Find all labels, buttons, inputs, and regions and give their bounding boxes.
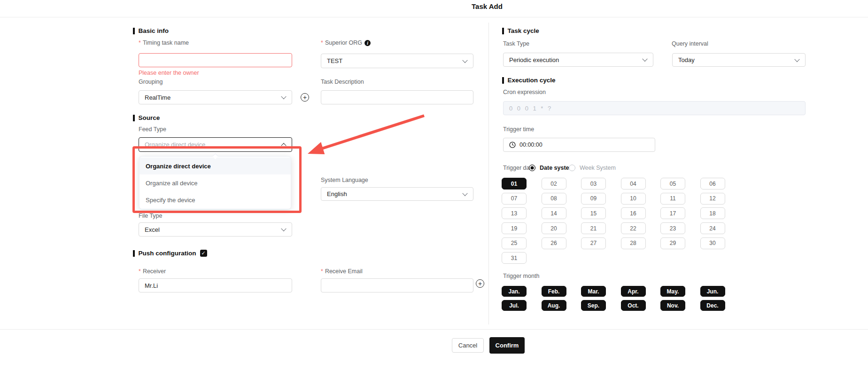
task-description-input[interactable] (321, 90, 473, 104)
chevron-down-icon (642, 56, 647, 62)
column-divider (488, 23, 489, 324)
section-push-configuration: Push configuration ✓ (133, 250, 207, 257)
file-type-select[interactable]: Excel (139, 222, 292, 237)
file-type-value: Excel (145, 226, 160, 233)
cron-expression-input: 0 0 0 1 * ? (503, 101, 806, 115)
query-interval-value: Today (678, 56, 695, 63)
trigger-day-button[interactable]: 14 (542, 207, 566, 219)
feed-type-option[interactable]: Specify the device (140, 192, 291, 209)
trigger-day-button[interactable]: 07 (502, 193, 527, 205)
trigger-day-button[interactable]: 24 (700, 222, 725, 234)
clock-icon (509, 142, 516, 148)
timing-task-name-label: * Timing task name (139, 39, 189, 46)
chevron-down-icon (794, 56, 799, 62)
trigger-month-button[interactable]: Dec. (700, 300, 725, 311)
trigger-day-button[interactable]: 20 (542, 222, 566, 234)
trigger-day-button[interactable]: 08 (542, 193, 566, 205)
footer-divider (0, 329, 868, 330)
query-interval-select[interactable]: Today (672, 53, 806, 67)
trigger-month-button[interactable]: Aug. (542, 300, 566, 311)
trigger-day-button[interactable]: 26 (542, 237, 566, 249)
trigger-day-button[interactable]: 15 (581, 207, 606, 219)
add-grouping-button[interactable]: + (301, 93, 309, 102)
trigger-day-button[interactable]: 18 (700, 207, 725, 219)
trigger-day-button[interactable]: 22 (621, 222, 646, 234)
trigger-time-label: Trigger time (503, 126, 534, 133)
add-receive-email-button[interactable]: + (476, 279, 484, 288)
trigger-month-label: Trigger month (503, 273, 539, 279)
push-configuration-checkbox[interactable]: ✓ (200, 250, 207, 257)
section-task-cycle: Task cycle (502, 27, 539, 34)
section-source: Source (133, 114, 160, 121)
trigger-day-button[interactable]: 04 (621, 178, 646, 190)
grouping-value: RealTime (145, 94, 170, 101)
trigger-month-button[interactable]: Apr. (621, 286, 646, 297)
feed-type-value: Organize direct device (145, 141, 205, 148)
task-type-label: Task Type (503, 40, 529, 47)
plus-icon: + (478, 280, 482, 287)
trigger-day-button[interactable]: 02 (542, 178, 566, 190)
chevron-down-icon (281, 94, 286, 99)
timing-task-name-input[interactable] (139, 53, 292, 67)
file-type-label: File Type (139, 213, 163, 219)
trigger-day-button[interactable]: 17 (660, 207, 685, 219)
trigger-month-button[interactable]: Feb. (542, 286, 566, 297)
grouping-label: Grouping (139, 79, 163, 85)
trigger-day-button[interactable]: 13 (502, 207, 527, 219)
trigger-month-button[interactable]: Oct. (621, 300, 646, 311)
trigger-month-button[interactable]: Jul. (502, 300, 527, 311)
receiver-input[interactable] (139, 278, 292, 292)
feed-type-option[interactable]: Organize direct device (140, 158, 291, 174)
trigger-month-button[interactable]: May. (660, 286, 685, 297)
info-icon[interactable]: i (364, 40, 371, 46)
trigger-day-button[interactable]: 21 (581, 222, 606, 234)
required-asterisk: * (321, 268, 323, 275)
feed-type-option[interactable]: Organize all device (140, 174, 291, 191)
section-bar (133, 28, 135, 34)
trigger-day-button[interactable]: 11 (660, 193, 685, 205)
trigger-month-button[interactable]: Jun. (700, 286, 725, 297)
trigger-date-radio-week-system[interactable]: Week System (569, 165, 616, 171)
grouping-select[interactable]: RealTime (139, 90, 292, 104)
task-type-select[interactable]: Periodic execution (503, 53, 653, 67)
trigger-day-button[interactable]: 25 (502, 237, 527, 249)
system-language-select[interactable]: English (321, 187, 473, 201)
trigger-day-button[interactable]: 19 (502, 222, 527, 234)
confirm-button[interactable]: Confirm (489, 337, 525, 354)
section-basic-info: Basic info (133, 27, 169, 34)
trigger-day-button[interactable]: 31 (502, 252, 527, 264)
trigger-month-button[interactable]: Mar. (581, 286, 606, 297)
feed-type-label: Feed Type (139, 126, 166, 133)
trigger-day-button[interactable]: 05 (660, 178, 685, 190)
superior-org-label: * Superior ORG i (321, 39, 371, 46)
trigger-month-button[interactable]: Nov. (660, 300, 685, 311)
chevron-down-icon (462, 57, 467, 63)
trigger-day-button[interactable]: 10 (621, 193, 646, 205)
trigger-day-button[interactable]: 01 (502, 178, 527, 190)
trigger-day-button[interactable]: 27 (581, 237, 606, 249)
trigger-day-button[interactable]: 23 (660, 222, 685, 234)
trigger-month-button[interactable]: Sep. (581, 300, 606, 311)
cancel-button[interactable]: Cancel (452, 338, 484, 353)
feed-type-select[interactable]: Organize direct device (139, 137, 292, 152)
section-bar (502, 28, 504, 34)
section-execution-cycle: Execution cycle (502, 77, 556, 84)
section-bar (133, 250, 135, 257)
section-title-push-configuration: Push configuration (139, 250, 196, 257)
receive-email-input[interactable] (321, 278, 473, 292)
trigger-day-button[interactable]: 09 (581, 193, 606, 205)
section-title-source: Source (139, 114, 160, 121)
superior-org-value: TEST (327, 57, 342, 64)
trigger-day-button[interactable]: 28 (621, 237, 646, 249)
trigger-day-button[interactable]: 06 (700, 178, 725, 190)
trigger-day-button[interactable]: 30 (700, 237, 725, 249)
chevron-down-icon (462, 190, 467, 196)
superior-org-select[interactable]: TEST (321, 54, 473, 68)
trigger-day-button[interactable]: 29 (660, 237, 685, 249)
trigger-month-button[interactable]: Jan. (502, 286, 527, 297)
trigger-day-button[interactable]: 03 (581, 178, 606, 190)
trigger-date-radio-date-system[interactable]: Date system (529, 165, 574, 171)
trigger-day-button[interactable]: 16 (621, 207, 646, 219)
trigger-time-input[interactable]: 00:00:00 (503, 138, 655, 152)
trigger-day-button[interactable]: 12 (700, 193, 725, 205)
